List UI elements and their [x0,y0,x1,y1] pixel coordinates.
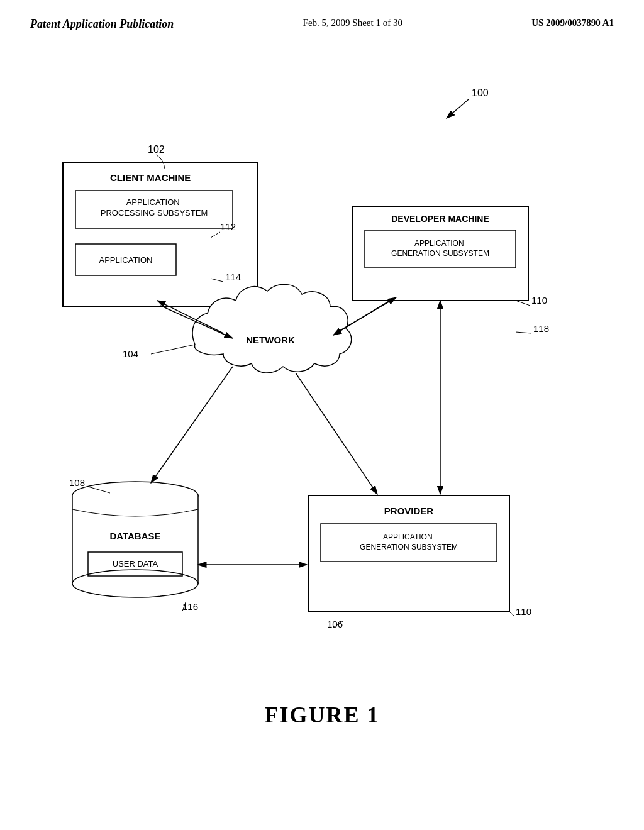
diagram-area: 100 102 CLIENT MACHINE APPLICATION PROCE… [0,36,644,778]
patent-diagram: 100 102 CLIENT MACHINE APPLICATION PROCE… [0,36,644,778]
ref-110-bottom-label: 110 [516,606,531,617]
ref-116-label: 116 [182,601,198,612]
user-data-label: USER DATA [113,559,158,568]
ref-118-label: 118 [533,323,549,334]
app-gen-subsystem-bottom-label: APPLICATION GENERATION SUBSYSTEM [360,533,458,551]
client-machine-box [63,162,258,307]
arrow-network-to-database [151,367,233,483]
ref-112-label: 112 [220,221,236,232]
network-label: NETWORK [246,335,295,345]
network-cloud [192,284,352,373]
patent-number: US 2009/0037890 A1 [531,18,614,28]
ref-104-label: 104 [123,348,138,359]
client-machine-label: CLIENT MACHINE [110,172,191,183]
arrow-network-to-developer [340,297,396,331]
ref-102-label: 102 [148,144,165,155]
database-label: DATABASE [109,531,160,541]
sheet-info: Feb. 5, 2009 Sheet 1 of 30 [303,18,402,28]
figure-label: FIGURE 1 [264,702,379,728]
arrow-network-to-provider [296,373,377,494]
publication-label: Patent Application Publication [30,18,174,31]
app-gen-subsystem-top-label: APPLICATION GENERATION SUBSYSTEM [391,239,489,258]
developer-machine-label: DEVELOPER MACHINE [391,214,489,224]
application-label: APPLICATION [99,255,152,265]
ref-100-label: 100 [472,87,489,98]
svg-point-8 [72,570,198,597]
page-header: Patent Application Publication Feb. 5, 2… [0,0,644,36]
ref-106-label: 106 [327,619,343,629]
provider-label: PROVIDER [384,506,434,516]
ref-114-label: 114 [225,272,241,282]
ref-110-top-label: 110 [531,295,547,306]
ref-108-label: 108 [69,477,85,488]
app-processing-label-1: APPLICATION PROCESSING SUBSYSTEM [101,197,208,218]
